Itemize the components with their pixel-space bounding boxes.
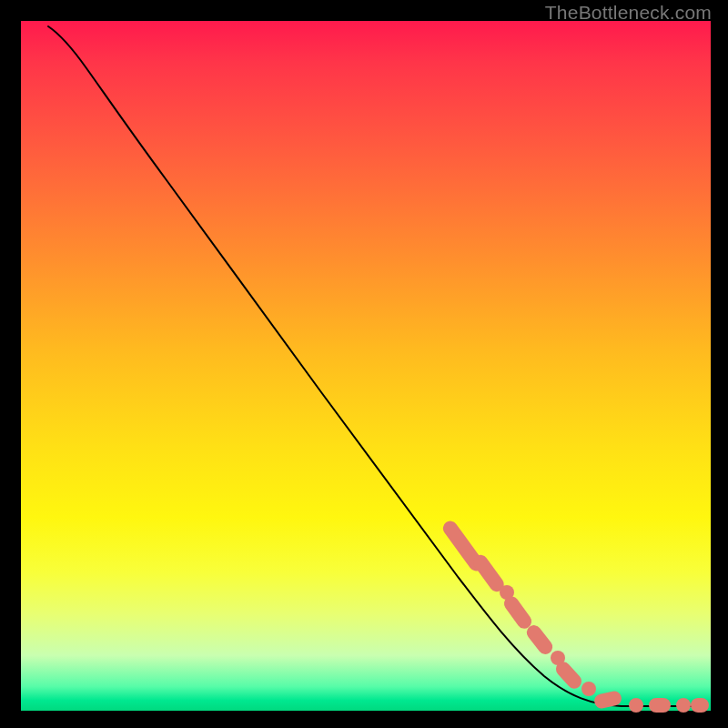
watermark-text: TheBottleneck.com xyxy=(545,2,712,24)
marker-pill xyxy=(524,622,556,657)
marker-pill xyxy=(691,698,709,713)
plot-area xyxy=(21,21,711,711)
chart-svg xyxy=(21,21,711,711)
marker-group xyxy=(440,518,709,713)
marker-pill xyxy=(649,698,671,713)
marker-dot xyxy=(581,682,596,696)
marker-dot xyxy=(629,698,643,713)
chart-stage: TheBottleneck.com xyxy=(0,0,728,728)
curve-line xyxy=(48,26,705,706)
marker-pill xyxy=(501,593,534,632)
marker-dot xyxy=(676,698,691,713)
